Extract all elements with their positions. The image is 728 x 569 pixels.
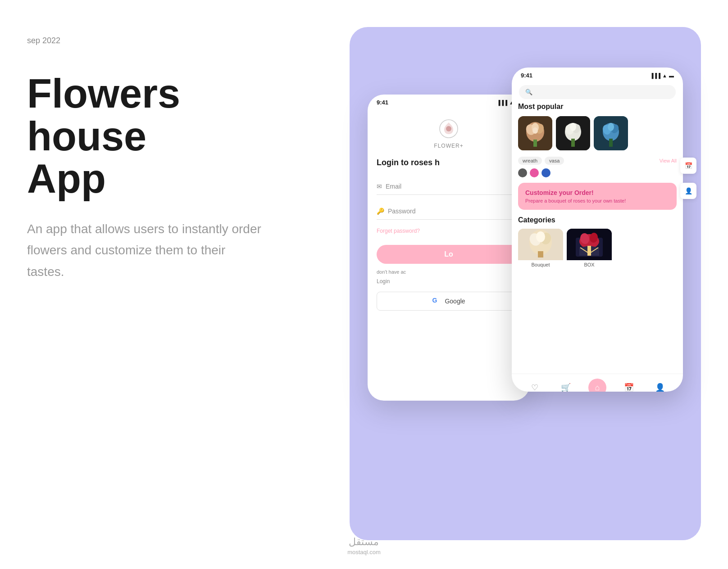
login-screen: FLOWER+ Login to roses h ✉ Email 🔑 Passw… xyxy=(368,108,530,320)
heart-icon: ♡ xyxy=(531,383,538,392)
home-icon: ⌂ xyxy=(595,383,600,392)
categories-row: Bouquet xyxy=(518,229,677,269)
login-logo: FLOWER+ xyxy=(377,117,521,149)
main-status-icons: ▐▐▐ ▲ ▬ xyxy=(650,73,674,78)
cart-icon: 🛒 xyxy=(561,383,571,392)
color-dot-blue[interactable] xyxy=(541,168,551,177)
box-image xyxy=(567,229,612,260)
customize-banner[interactable]: Customize your Order! Prepare a bouquet … xyxy=(518,183,677,210)
title-line2: App xyxy=(27,158,279,200)
nav-profile[interactable]: 👤 xyxy=(651,379,669,392)
logo-icon xyxy=(437,117,460,140)
color-dots xyxy=(518,168,677,177)
bottom-nav: ♡ 🛒 ⌂ 📅 👤 xyxy=(512,374,683,392)
dont-have-account: don't have ac xyxy=(377,269,521,275)
watermark-logo: مستقل xyxy=(347,536,381,548)
description: An app that allows users to instantly or… xyxy=(27,218,261,283)
tag-wreath[interactable]: wreath xyxy=(518,157,542,165)
svg-rect-27 xyxy=(538,251,543,257)
date-label: sep 2022 xyxy=(27,36,279,45)
svg-rect-33 xyxy=(587,246,591,256)
flower-photo-1 xyxy=(518,116,552,150)
app-content: Most popular xyxy=(512,103,683,374)
password-label: Password xyxy=(388,208,415,215)
right-panel: 9:41 ▐▐▐ ▲ ▬ FLOWER+ xyxy=(350,27,701,540)
login-title: Login to roses h xyxy=(377,158,521,167)
svg-point-20 xyxy=(608,123,614,131)
tags-row: wreath vasa View All xyxy=(518,157,677,165)
customize-subtitle: Prepare a bouquet of roses to your own t… xyxy=(525,198,669,203)
nav-wishlist[interactable]: ♡ xyxy=(526,379,544,392)
floating-mini-icons: 📅 👤 xyxy=(680,158,696,199)
phone-main: 9:41 ▐▐▐ ▲ ▬ 🔍 Most popular xyxy=(512,68,683,392)
phones-container: 9:41 ▐▐▐ ▲ ▬ FLOWER+ xyxy=(368,68,683,500)
email-icon: ✉ xyxy=(377,183,382,190)
signal-icon: ▐▐▐ xyxy=(497,100,507,105)
flower-photo-2 xyxy=(556,116,590,150)
search-icon: 🔍 xyxy=(525,89,532,95)
box-label: BOX xyxy=(567,260,612,269)
bouquet-image xyxy=(518,229,563,260)
password-input[interactable]: 🔑 Password xyxy=(377,203,521,220)
bouquet-label: Bouquet xyxy=(518,260,563,269)
google-icon: G xyxy=(432,297,441,306)
svg-point-8 xyxy=(532,127,538,134)
view-all-link[interactable]: View All xyxy=(660,158,677,163)
svg-point-14 xyxy=(570,123,576,131)
email-input[interactable]: ✉ Email xyxy=(377,178,521,195)
category-bouquet[interactable]: Bouquet xyxy=(518,229,563,269)
popular-img-2[interactable] xyxy=(556,116,590,150)
svg-rect-21 xyxy=(609,139,613,147)
categories-title: Categories xyxy=(518,216,677,224)
tag-vasa[interactable]: vasa xyxy=(545,157,564,165)
popular-img-1[interactable] xyxy=(518,116,552,150)
svg-point-1 xyxy=(446,126,451,131)
svg-rect-15 xyxy=(571,139,575,147)
svg-rect-7 xyxy=(533,140,537,147)
password-icon: 🔑 xyxy=(377,208,384,215)
main-status-bar: 9:41 ▐▐▐ ▲ ▬ xyxy=(512,68,683,81)
nav-cart[interactable]: 🛒 xyxy=(557,379,575,392)
category-box[interactable]: BOX xyxy=(567,229,612,269)
google-label: Google xyxy=(445,298,465,305)
login-button[interactable]: Lo xyxy=(377,245,521,264)
float-icon-1: 📅 xyxy=(680,158,696,174)
color-dot-gray[interactable] xyxy=(518,168,527,177)
popular-img-3[interactable] xyxy=(594,116,628,150)
email-label: Email xyxy=(386,183,401,190)
search-input[interactable]: 🔍 xyxy=(519,85,676,99)
popular-row xyxy=(518,116,677,150)
title-line1: Flowers house xyxy=(27,72,279,158)
watermark-url: mostaql.com xyxy=(347,549,381,555)
main-time: 9:41 xyxy=(521,72,532,79)
svg-point-26 xyxy=(536,231,545,242)
google-login-button[interactable]: G Google xyxy=(377,292,521,311)
phone-login: 9:41 ▐▐▐ ▲ ▬ FLOWER+ xyxy=(368,95,530,401)
search-bar: 🔍 xyxy=(512,81,683,103)
login-link[interactable]: Login xyxy=(377,278,521,284)
app-screen: 🔍 Most popular xyxy=(512,81,683,392)
forgot-password-link[interactable]: Forget password? xyxy=(377,228,521,234)
main-title: Flowers house App xyxy=(27,72,279,200)
float-icon-2: 👤 xyxy=(680,183,696,199)
most-popular-title: Most popular xyxy=(518,103,677,111)
calendar-icon: 📅 xyxy=(624,383,634,392)
main-battery-icon: ▬ xyxy=(669,73,674,78)
login-time: 9:41 xyxy=(377,99,388,106)
watermark: مستقل mostaql.com xyxy=(347,536,381,555)
nav-calendar[interactable]: 📅 xyxy=(620,379,638,392)
bouquet-photo xyxy=(518,229,563,260)
main-wifi-icon: ▲ xyxy=(662,73,667,78)
flower-photo-3 xyxy=(594,116,628,150)
login-status-bar: 9:41 ▐▐▐ ▲ ▬ xyxy=(368,95,530,108)
customize-title: Customize your Order! xyxy=(525,189,669,196)
profile-icon: 👤 xyxy=(655,383,665,392)
logo-text: FLOWER+ xyxy=(377,143,521,149)
box-photo xyxy=(567,229,612,260)
left-panel: sep 2022 Flowers house App An app that a… xyxy=(27,0,279,569)
main-signal-icon: ▐▐▐ xyxy=(650,73,660,78)
color-dot-pink[interactable] xyxy=(530,168,539,177)
nav-home[interactable]: ⌂ xyxy=(588,379,606,392)
